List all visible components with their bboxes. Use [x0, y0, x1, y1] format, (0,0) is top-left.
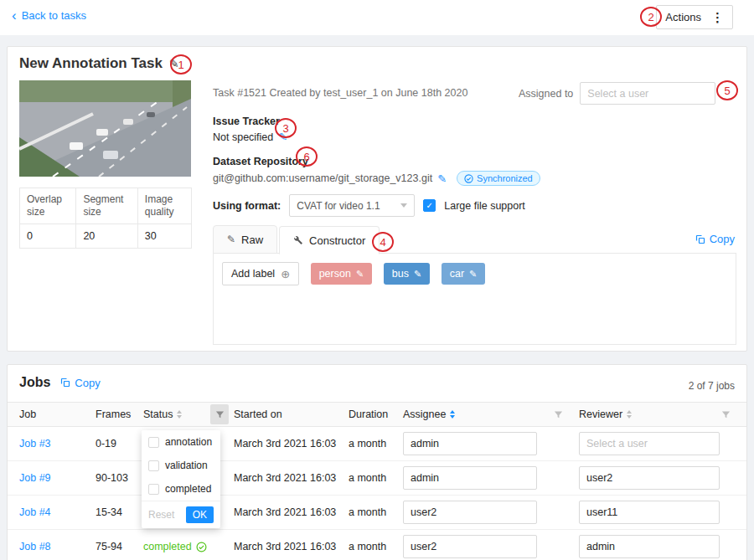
column-duration: Duration [349, 408, 403, 420]
callout-2: 2 [640, 7, 662, 27]
tab-raw-label: Raw [241, 234, 263, 246]
assignee-input[interactable] [403, 466, 537, 490]
label-chip-person[interactable]: person ✎ [311, 263, 372, 285]
checkbox[interactable] [148, 460, 159, 471]
assignee-input[interactable] [403, 432, 537, 455]
duration-cell: a month [349, 438, 403, 450]
tab-raw[interactable]: ✎ Raw [213, 225, 277, 254]
large-file-checkbox[interactable]: ✓ [423, 199, 436, 212]
labels-constructor-panel: Add label ⊕ person ✎ bus ✎ car ✎ [213, 253, 736, 345]
more-dots-icon: ⋮ [711, 10, 724, 25]
checkbox[interactable] [148, 437, 159, 448]
task-details-card: New Annotation Task ✎ Over [7, 46, 747, 352]
task-title-row: New Annotation Task ✎ [19, 55, 179, 72]
filter-option-label: annotation [165, 436, 212, 448]
back-to-tasks-link[interactable]: ‹ Back to tasks [12, 9, 86, 22]
assignee-filter-icon[interactable] [549, 404, 567, 424]
tab-constructor[interactable]: Constructor [279, 226, 380, 254]
sort-carets-icon[interactable] [177, 410, 182, 419]
sort-carets-icon[interactable] [450, 410, 455, 419]
task-params-table: Overlap size Segment size Image quality … [19, 188, 192, 249]
started-cell: March 3rd 2021 16:03 [234, 438, 349, 450]
pencil-icon: ✎ [227, 234, 235, 245]
label-chip-name: person [319, 268, 351, 280]
params-value-row: 0 20 30 [20, 224, 192, 249]
reviewer-input[interactable] [579, 535, 720, 558]
edit-label-icon[interactable]: ✎ [469, 269, 477, 280]
checkbox[interactable] [148, 484, 159, 495]
edit-repository-icon[interactable]: ✎ [437, 172, 447, 185]
column-status-label: Status [143, 408, 173, 420]
job-link[interactable]: Job #8 [19, 541, 51, 552]
jobs-table-header: Job Frames Status Started on Duration As… [8, 402, 746, 427]
frames-cell: 90-103 [96, 472, 143, 484]
callout-4: 4 [372, 232, 394, 252]
task-preview-image [19, 80, 191, 177]
format-label: Using format: [213, 200, 281, 212]
reviewer-input[interactable] [579, 466, 720, 490]
callout-3: 3 [275, 118, 297, 138]
sort-carets-icon[interactable] [627, 410, 632, 419]
column-assignee: Assignee [403, 404, 579, 424]
large-file-label: Large file support [444, 200, 525, 212]
duration-cell: a month [349, 472, 403, 484]
jobs-card: Jobs Copy 2 of 7 jobs Job Frames Status … [7, 364, 747, 560]
table-row: Job #8 75-94 completed March 3rd 2021 16… [8, 530, 746, 560]
callout-1: 1 [170, 54, 192, 74]
callout-6: 6 [296, 146, 318, 167]
assignee-input[interactable] [403, 535, 537, 558]
funnel-icon [554, 410, 563, 419]
jobs-title: Jobs [19, 375, 50, 390]
edit-label-icon[interactable]: ✎ [414, 269, 421, 280]
assigned-to-label: Assigned to [519, 88, 573, 100]
started-cell: March 3rd 2021 16:03 [234, 506, 349, 518]
label-chip-name: bus [392, 268, 409, 280]
jobs-header: Jobs Copy [19, 375, 101, 390]
add-label-button[interactable]: Add label ⊕ [222, 262, 299, 285]
filter-option-completed[interactable]: completed [142, 477, 220, 501]
param-header: Segment size [76, 188, 137, 224]
assigned-to-input[interactable] [580, 82, 715, 105]
filter-option-label: completed [165, 483, 211, 495]
label-chip-car[interactable]: car ✎ [442, 263, 486, 285]
filter-option-annotation[interactable]: annotation [142, 430, 220, 454]
filter-option-validation[interactable]: validation [142, 454, 220, 477]
frames-cell: 75-94 [96, 541, 143, 552]
status-filter-icon[interactable] [210, 404, 229, 424]
filter-ok-button[interactable]: OK [186, 506, 214, 523]
label-chip-bus[interactable]: bus ✎ [384, 263, 430, 285]
format-select[interactable]: CVAT for video 1.1 [289, 194, 415, 217]
jobs-count: 2 of 7 jobs [689, 380, 735, 392]
frames-cell: 15-34 [96, 506, 143, 518]
assigned-to-row: Assigned to [519, 82, 715, 105]
actions-button[interactable]: Actions ⋮ [656, 5, 733, 29]
funnel-icon [215, 410, 225, 419]
reviewer-filter-icon[interactable] [716, 404, 735, 424]
reviewer-input[interactable] [579, 501, 720, 524]
frames-cell: 0-19 [96, 438, 143, 450]
job-link[interactable]: Job #4 [19, 506, 51, 518]
plus-circle-icon: ⊕ [281, 268, 290, 280]
status-cell: completed [143, 541, 234, 552]
assignee-input[interactable] [403, 501, 537, 524]
reviewer-input[interactable] [579, 432, 720, 455]
copy-labels-link[interactable]: Copy [695, 233, 735, 245]
job-link[interactable]: Job #3 [19, 438, 51, 450]
param-header: Overlap size [20, 188, 76, 224]
cvat-task-page: ‹ Back to tasks Actions ⋮ New Annotation… [0, 0, 754, 560]
status-filter-dropdown: annotation validation completed Reset OK [142, 430, 220, 528]
column-assignee-label: Assignee [403, 408, 446, 420]
column-status: Status [143, 404, 234, 424]
filter-reset-button[interactable]: Reset [148, 509, 174, 521]
edit-label-icon[interactable]: ✎ [356, 269, 364, 280]
status-label: completed [143, 541, 192, 552]
param-value: 30 [137, 224, 191, 249]
filter-option-label: validation [165, 460, 208, 471]
dataset-repository-label: Dataset Repository [213, 156, 540, 167]
add-label-text: Add label [231, 268, 275, 280]
chevron-down-icon [400, 203, 407, 208]
job-link[interactable]: Job #9 [19, 472, 51, 484]
params-header-row: Overlap size Segment size Image quality [20, 188, 192, 224]
copy-jobs-link[interactable]: Copy [60, 377, 100, 389]
started-cell: March 3rd 2021 16:03 [234, 541, 349, 552]
